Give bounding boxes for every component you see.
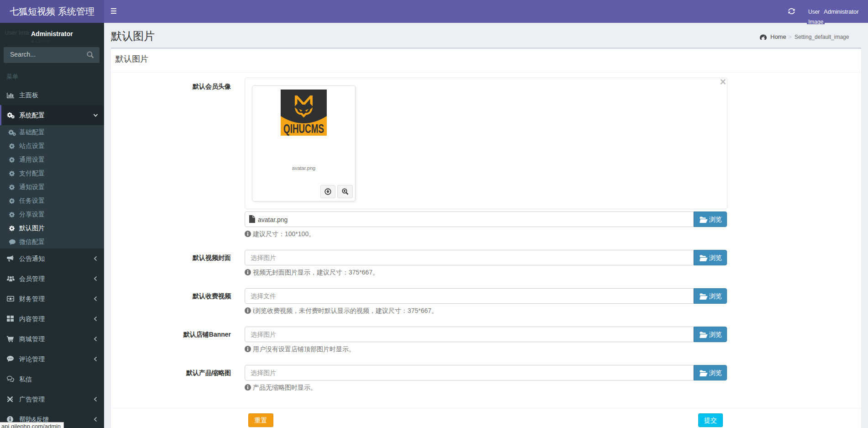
- svg-text:QIHUCMS: QIHUCMS: [283, 121, 324, 136]
